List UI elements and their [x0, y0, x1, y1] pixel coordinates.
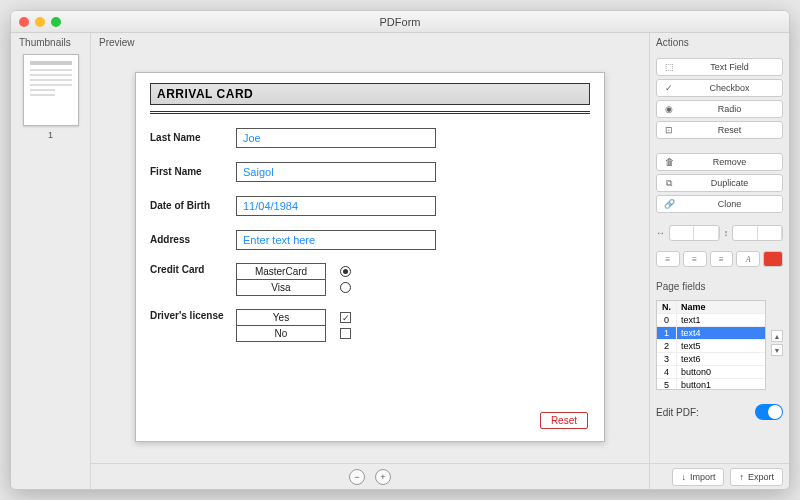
- preview-panel: Preview ARRIVAL CARD Last Name Joe First…: [91, 33, 649, 489]
- page-title: ARRIVAL CARD: [150, 83, 590, 105]
- font-button[interactable]: A: [736, 251, 760, 267]
- duplicate-button[interactable]: ⧉Duplicate: [656, 174, 783, 192]
- actions-label: Actions: [656, 33, 783, 50]
- creditcard-option-mastercard: MasterCard: [236, 263, 326, 280]
- actions-panel: Actions ⬚Text Field ✓Checkbox ◉Radio ⊡Re…: [649, 33, 789, 489]
- pagefields-label: Page fields: [656, 281, 783, 292]
- radio-visa[interactable]: [340, 282, 351, 293]
- address-field[interactable]: Enter text here: [236, 230, 436, 250]
- add-checkbox-button[interactable]: ✓Checkbox: [656, 79, 783, 97]
- firstname-label: First Name: [150, 166, 236, 177]
- creditcard-label: Credit Card: [150, 264, 236, 275]
- window-title: PDForm: [380, 16, 421, 28]
- move-down-button[interactable]: ▼: [771, 344, 783, 356]
- close-icon[interactable]: [19, 17, 29, 27]
- table-row[interactable]: 5button1: [657, 379, 765, 390]
- minimize-icon[interactable]: [35, 17, 45, 27]
- license-option-yes: Yes: [236, 309, 326, 326]
- preview-label: Preview: [91, 33, 649, 50]
- firstname-field[interactable]: Saigol: [236, 162, 436, 182]
- thumbnails-label: Thumbnails: [11, 33, 90, 50]
- table-row[interactable]: 2text5: [657, 340, 765, 353]
- height-icon: ↕: [724, 228, 729, 238]
- col-name: Name: [677, 301, 765, 313]
- move-up-button[interactable]: ▲: [771, 330, 783, 342]
- lastname-field[interactable]: Joe: [236, 128, 436, 148]
- checkbox-no[interactable]: [340, 328, 351, 339]
- license-option-no: No: [236, 325, 326, 342]
- add-textfield-button[interactable]: ⬚Text Field: [656, 58, 783, 76]
- import-button[interactable]: ↓Import: [672, 468, 724, 486]
- add-reset-button[interactable]: ⊡Reset: [656, 121, 783, 139]
- table-row[interactable]: 0text1: [657, 314, 765, 327]
- col-n: N.: [657, 301, 677, 313]
- clone-button[interactable]: 🔗Clone: [656, 195, 783, 213]
- align-right-button[interactable]: ≡: [710, 251, 734, 267]
- trash-icon: 🗑: [663, 157, 675, 167]
- table-row[interactable]: 1text4: [657, 327, 765, 340]
- checkbox-yes[interactable]: ✓: [340, 312, 351, 323]
- pdf-page: ARRIVAL CARD Last Name Joe First Name Sa…: [135, 72, 605, 442]
- thumbnails-panel: Thumbnails 1: [11, 33, 91, 489]
- height-stepper[interactable]: [732, 225, 783, 241]
- zoom-toolbar: − +: [91, 463, 649, 489]
- address-label: Address: [150, 234, 236, 245]
- zoom-icon[interactable]: [51, 17, 61, 27]
- check-icon: ✓: [663, 83, 675, 93]
- duplicate-icon: ⧉: [663, 178, 675, 189]
- textfield-icon: ⬚: [663, 62, 675, 72]
- export-button[interactable]: ↑Export: [730, 468, 783, 486]
- creditcard-option-visa: Visa: [236, 279, 326, 296]
- align-left-button[interactable]: ≡: [656, 251, 680, 267]
- zoom-in-icon[interactable]: +: [375, 469, 391, 485]
- radio-mastercard[interactable]: [340, 266, 351, 277]
- width-stepper[interactable]: [669, 225, 720, 241]
- reset-button[interactable]: Reset: [540, 412, 588, 429]
- lastname-label: Last Name: [150, 132, 236, 143]
- editpdf-label: Edit PDF:: [656, 407, 699, 418]
- add-radio-button[interactable]: ◉Radio: [656, 100, 783, 118]
- divider: [150, 111, 590, 114]
- download-icon: ↓: [681, 472, 686, 482]
- dob-field[interactable]: 11/04/1984: [236, 196, 436, 216]
- align-center-button[interactable]: ≡: [683, 251, 707, 267]
- zoom-out-icon[interactable]: −: [349, 469, 365, 485]
- app-window: PDForm Thumbnails 1 Preview ARRIVAL CARD: [10, 10, 790, 490]
- color-swatch[interactable]: [763, 251, 783, 267]
- editpdf-toggle[interactable]: [755, 404, 783, 420]
- table-row[interactable]: 3text6: [657, 353, 765, 366]
- dob-label: Date of Birth: [150, 200, 236, 211]
- upload-icon: ↑: [739, 472, 744, 482]
- page-thumbnail[interactable]: [23, 54, 79, 126]
- table-row[interactable]: 4button0: [657, 366, 765, 379]
- titlebar: PDForm: [11, 11, 789, 33]
- thumbnail-page-number: 1: [11, 130, 90, 140]
- reset-icon: ⊡: [663, 125, 675, 135]
- pagefields-table: N.Name 0text1 1text4 2text5 3text6 4butt…: [656, 300, 766, 390]
- width-icon: ↔: [656, 228, 665, 238]
- license-label: Driver's license: [150, 310, 236, 321]
- remove-button[interactable]: 🗑Remove: [656, 153, 783, 171]
- radio-icon: ◉: [663, 104, 675, 114]
- link-icon: 🔗: [663, 199, 675, 209]
